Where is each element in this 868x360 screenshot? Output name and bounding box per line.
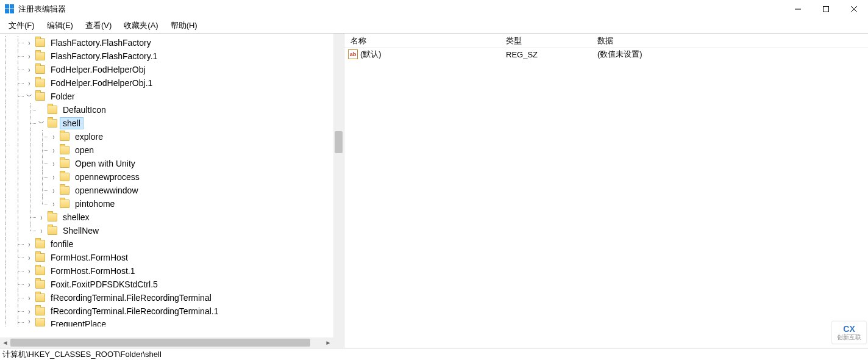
chevron-right-icon[interactable]: ›	[49, 185, 59, 195]
scroll-corner	[333, 337, 344, 348]
watermark-logo: CX	[837, 325, 861, 334]
tree-item[interactable]: ›opennewwindow	[0, 184, 333, 197]
tree-item-label[interactable]: FormHost.FormHost	[48, 251, 131, 264]
tree-item-label[interactable]: fRecordingTerminal.FileRecordingTerminal	[48, 292, 215, 304]
horizontal-scrollbar[interactable]: ◄ ►	[0, 337, 333, 348]
chevron-right-icon[interactable]: ›	[24, 253, 34, 262]
tree-item-label[interactable]: opennewprocess	[72, 171, 143, 183]
tree-item[interactable]: ﹀Folder	[0, 90, 333, 103]
chevron-right-icon[interactable]: ›	[24, 65, 34, 74]
chevron-right-icon[interactable]: ›	[24, 38, 34, 47]
tree-item-label[interactable]: ShellNew	[60, 225, 102, 237]
scroll-right-icon[interactable]: ►	[323, 339, 333, 346]
chevron-right-icon[interactable]: ›	[24, 318, 34, 326]
folder-icon	[35, 92, 45, 101]
tree-item-label[interactable]: fonfile	[48, 238, 76, 250]
statusbar: 计算机\HKEY_CLASSES_ROOT\Folder\shell	[0, 348, 868, 360]
menu-edit[interactable]: 编辑(E)	[41, 19, 79, 32]
menu-file[interactable]: 文件(F)	[2, 19, 41, 32]
tree-item-label[interactable]: shellex	[60, 211, 93, 223]
tree-item-label[interactable]: DefaultIcon	[60, 104, 109, 116]
folder-icon	[35, 65, 45, 74]
horizontal-scroll-thumb[interactable]	[10, 339, 310, 347]
tree-item-label[interactable]: pintohome	[72, 198, 118, 210]
tree-item[interactable]: ›opennewprocess	[0, 170, 333, 184]
chevron-right-icon[interactable]: ›	[49, 172, 59, 181]
chevron-down-icon[interactable]: ﹀	[37, 119, 46, 128]
vertical-scroll-thumb[interactable]	[335, 131, 343, 153]
folder-icon	[35, 38, 45, 47]
chevron-right-icon[interactable]: ›	[24, 78, 34, 87]
folder-icon	[60, 159, 69, 168]
menu-favorites[interactable]: 收藏夹(A)	[118, 19, 164, 32]
scroll-left-icon[interactable]: ◄	[0, 339, 10, 346]
tree-item-label[interactable]: shell	[60, 117, 84, 129]
tree-item[interactable]: ›fRecordingTerminal.FileRecordingTermina…	[0, 304, 333, 318]
tree-item-label[interactable]: FlashFactory.FlashFactory	[48, 37, 154, 49]
folder-icon	[35, 267, 45, 275]
tree-item-label[interactable]: FodHelper.FodHelperObj	[48, 63, 149, 76]
tree-item[interactable]: ›open	[0, 143, 333, 157]
chevron-right-icon[interactable]: ›	[37, 226, 46, 235]
column-type[interactable]: 类型	[500, 35, 591, 46]
tree-item[interactable]: ›explore	[0, 130, 333, 143]
tree-item-label[interactable]: Folder	[48, 90, 78, 103]
chevron-down-icon[interactable]: ﹀	[24, 92, 34, 101]
menu-view[interactable]: 查看(V)	[79, 19, 118, 32]
close-button[interactable]	[840, 0, 868, 18]
chevron-right-icon[interactable]: ›	[49, 132, 59, 141]
column-name[interactable]: 名称	[344, 35, 500, 46]
tree-item-label[interactable]: FlashFactory.FlashFactory.1	[48, 50, 160, 62]
tree-item-label[interactable]: opennewwindow	[72, 184, 141, 196]
chevron-right-icon[interactable]: ›	[24, 266, 34, 275]
tree-item[interactable]: ›FodHelper.FodHelperObj.1	[0, 76, 333, 90]
tree-item[interactable]: ›shellex	[0, 211, 333, 224]
tree-item-label[interactable]: fRecordingTerminal.FileRecordingTerminal…	[48, 305, 221, 317]
list-row[interactable]: ab(默认)REG_SZ(数值未设置)	[344, 48, 868, 60]
list-body[interactable]: ab(默认)REG_SZ(数值未设置)	[344, 48, 868, 348]
menu-help[interactable]: 帮助(H)	[165, 19, 204, 32]
value-type: REG_SZ	[500, 50, 591, 59]
chevron-right-icon[interactable]: ›	[24, 279, 34, 289]
tree-item[interactable]: ›ShellNew	[0, 224, 333, 237]
folder-icon	[60, 146, 69, 154]
tree-item[interactable]: ›fRecordingTerminal.FileRecordingTermina…	[0, 291, 333, 304]
tree-item-label[interactable]: FormHost.FormHost.1	[48, 265, 138, 277]
chevron-right-icon[interactable]: ›	[49, 199, 59, 208]
maximize-button[interactable]	[812, 0, 840, 18]
column-data[interactable]: 数据	[591, 35, 868, 46]
tree-item-label[interactable]: Foxit.FoxitPDFSDKStdCtrl.5	[48, 278, 161, 290]
chevron-right-icon[interactable]: ›	[49, 145, 59, 154]
chevron-right-icon[interactable]: ›	[24, 306, 34, 315]
tree-item[interactable]: ›FormHost.FormHost.1	[0, 264, 333, 278]
tree-item[interactable]: ›FlashFactory.FlashFactory	[0, 36, 333, 49]
vertical-scrollbar[interactable]	[333, 34, 344, 337]
tree-item[interactable]: ›fonfile	[0, 237, 333, 251]
chevron-right-icon[interactable]: ›	[24, 293, 34, 302]
tree-item[interactable]: ›Open with Unity	[0, 157, 333, 170]
tree-item[interactable]: ›FrequentPlace	[0, 318, 333, 326]
tree-item[interactable]: ›FlashFactory.FlashFactory.1	[0, 49, 333, 63]
tree-item[interactable]: ›Foxit.FoxitPDFSDKStdCtrl.5	[0, 278, 333, 291]
status-path: 计算机\HKEY_CLASSES_ROOT\Folder\shell	[2, 349, 162, 360]
tree-item-label[interactable]: FodHelper.FodHelperObj.1	[48, 77, 155, 89]
folder-icon	[48, 226, 57, 235]
folder-icon	[35, 240, 45, 248]
chevron-right-icon[interactable]: ›	[37, 212, 46, 221]
tree-item[interactable]: ›FormHost.FormHost	[0, 251, 333, 264]
tree-item[interactable]: ›FodHelper.FodHelperObj	[0, 63, 333, 76]
folder-icon	[35, 307, 45, 315]
tree-item[interactable]: DefaultIcon	[0, 103, 333, 117]
minimize-button[interactable]	[784, 0, 812, 18]
tree-item-label[interactable]: explore	[72, 131, 106, 143]
chevron-right-icon[interactable]: ›	[49, 159, 59, 168]
tree-item-label[interactable]: Open with Unity	[72, 157, 138, 170]
folder-icon	[48, 213, 57, 221]
tree-item[interactable]: ﹀shell	[0, 117, 333, 130]
tree-item-label[interactable]: FrequentPlace	[48, 318, 109, 326]
tree-item[interactable]: ›pintohome	[0, 197, 333, 211]
chevron-right-icon[interactable]: ›	[24, 239, 34, 248]
tree-item-label[interactable]: open	[72, 144, 97, 156]
chevron-right-icon[interactable]: ›	[24, 51, 34, 60]
tree-view[interactable]: ›FlashFactory.FlashFactory›FlashFactory.…	[0, 34, 333, 337]
